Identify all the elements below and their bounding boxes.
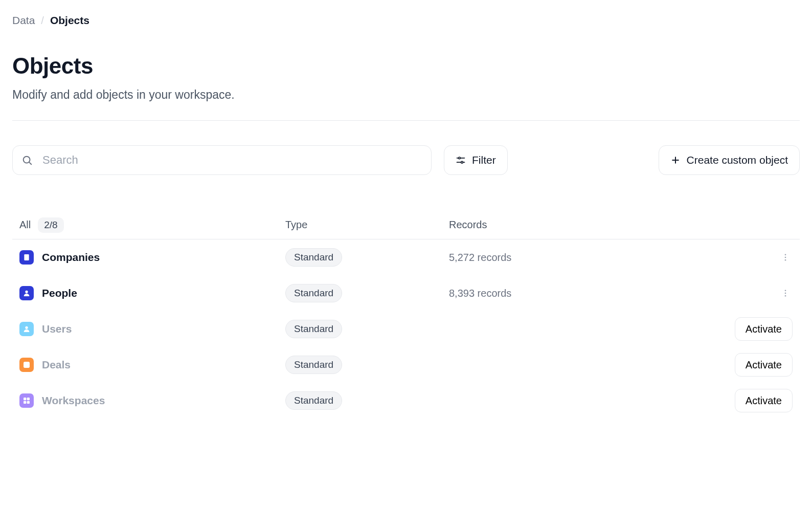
breadcrumb: Data / Objects [12,14,800,27]
object-action-cell: Activate [711,389,793,412]
grid-icon [19,393,34,408]
more-menu-button[interactable] [778,250,793,265]
type-badge: Standard [285,356,342,374]
object-name-cell: Companies [19,250,285,265]
object-name-cell: Users [19,322,285,336]
table-row[interactable]: UsersStandardActivate [12,311,800,347]
object-action-cell: Activate [711,353,793,377]
table-row[interactable]: CompaniesStandard5,272 records [12,239,800,275]
svg-point-3 [459,157,461,159]
page-title: Objects [12,53,800,79]
object-name: Deals [42,359,71,371]
dollar-icon [19,358,34,372]
toolbar: Filter Create custom object [12,145,800,175]
person-icon [19,286,34,300]
object-type-cell: Standard [285,391,449,410]
breadcrumb-separator: / [41,15,44,27]
search-field-wrap [12,145,432,175]
person-icon [19,322,34,336]
objects-table: All 2/8 Type Records CompaniesStandard5,… [12,211,800,419]
object-action-cell: Activate [711,317,793,341]
count-badge: 2/8 [38,217,63,233]
object-name-cell: Workspaces [19,393,285,408]
object-type-cell: Standard [285,248,449,267]
column-type: Type [285,219,449,231]
svg-line-1 [29,162,31,164]
plus-icon [670,155,681,165]
type-badge: Standard [285,320,342,338]
breadcrumb-parent[interactable]: Data [12,14,35,27]
type-badge: Standard [285,391,342,410]
create-label: Create custom object [687,154,788,166]
page-subtitle: Modify and add objects in your workspace… [12,88,800,102]
filter-label: Filter [472,154,496,166]
type-badge: Standard [285,284,342,302]
object-name: Workspaces [42,394,105,407]
object-action-cell [711,250,793,265]
activate-button[interactable]: Activate [735,353,793,377]
breadcrumb-current: Objects [50,14,89,27]
object-name: Users [42,323,72,335]
table-row[interactable]: DealsStandardActivate [12,347,800,383]
table-header: All 2/8 Type Records [12,211,800,239]
sliders-icon [456,155,466,165]
object-type-cell: Standard [285,356,449,374]
column-all-label: All [19,219,31,231]
column-records: Records [449,219,711,231]
create-custom-object-button[interactable]: Create custom object [659,145,800,175]
object-type-cell: Standard [285,284,449,302]
table-row[interactable]: WorkspacesStandardActivate [12,383,800,419]
object-type-cell: Standard [285,320,449,338]
filter-button[interactable]: Filter [444,145,508,175]
object-records-cell: 8,393 records [449,288,711,299]
object-records-cell: 5,272 records [449,252,711,264]
object-name-cell: People [19,286,285,300]
object-action-cell [711,286,793,300]
activate-button[interactable]: Activate [735,389,793,412]
toolbar-spacer [520,145,646,175]
type-badge: Standard [285,248,342,267]
column-all[interactable]: All 2/8 [19,217,285,233]
object-name-cell: Deals [19,358,285,372]
table-row[interactable]: PeopleStandard8,393 records [12,275,800,311]
object-name: People [42,287,77,299]
more-menu-button[interactable] [778,286,793,300]
search-input[interactable] [12,145,432,175]
divider [12,120,800,121]
search-icon [21,155,33,166]
svg-point-5 [461,161,463,163]
activate-button[interactable]: Activate [735,317,793,341]
object-name: Companies [42,251,100,264]
building-icon [19,250,34,265]
